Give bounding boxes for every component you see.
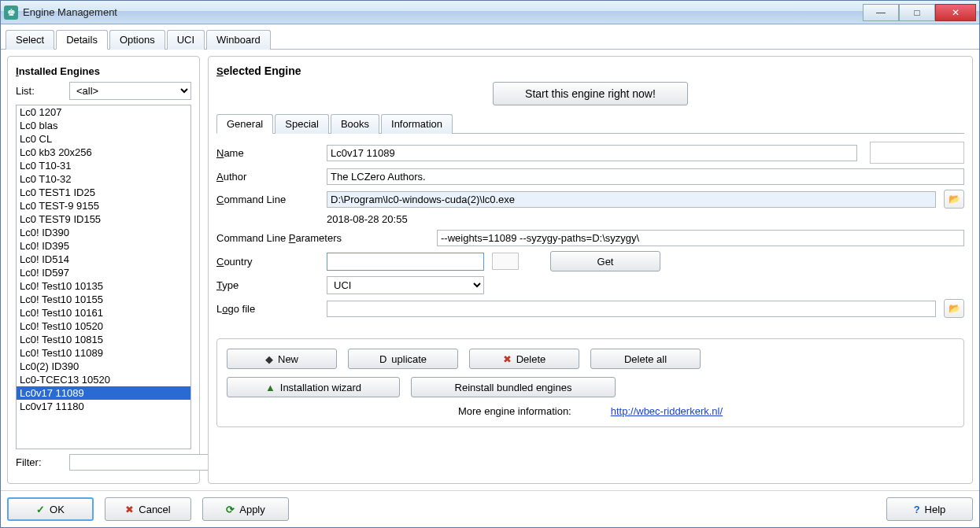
get-button[interactable]: Get bbox=[550, 251, 660, 271]
list-item[interactable]: Lc0 TEST9 ID155 bbox=[17, 212, 190, 226]
list-item[interactable]: Lc0! ID597 bbox=[17, 266, 190, 279]
country-flag bbox=[492, 253, 519, 270]
list-item[interactable]: Lc0 blas bbox=[17, 119, 190, 132]
list-select[interactable]: <all> bbox=[69, 82, 191, 100]
list-item[interactable]: Lc0(2) ID390 bbox=[17, 360, 190, 373]
list-item[interactable]: Lc0! Test10 10520 bbox=[17, 319, 190, 333]
list-item[interactable]: Lc0! Test10 11089 bbox=[17, 346, 190, 360]
more-info-link[interactable]: http://wbec-ridderkerk.nl/ bbox=[611, 405, 723, 417]
check-icon bbox=[36, 504, 45, 515]
list-item[interactable]: Lc0-TCEC13 10520 bbox=[17, 373, 190, 386]
list-item[interactable]: Lc0! Test10 10161 bbox=[17, 306, 190, 319]
wizard-icon bbox=[265, 382, 276, 393]
help-button[interactable]: Help bbox=[886, 497, 973, 521]
list-item[interactable]: Lc0v17 11180 bbox=[17, 400, 190, 413]
tab-options[interactable]: Options bbox=[109, 30, 165, 50]
country-input[interactable] bbox=[327, 253, 484, 271]
window: Engine Management — □ ✕ Select Details O… bbox=[0, 0, 980, 528]
ok-button[interactable]: OK bbox=[7, 497, 94, 521]
list-item[interactable]: Lc0 TEST1 ID25 bbox=[17, 186, 190, 199]
engine-actions-group: New Duplicate Delete Delete all Installa… bbox=[216, 338, 964, 427]
logo-label: Logo file bbox=[216, 303, 319, 315]
list-item[interactable]: Lc0 CL bbox=[17, 132, 190, 146]
commandline-browse-button[interactable] bbox=[944, 190, 964, 209]
selected-engine-panel: Selected Engine Start this engine right … bbox=[208, 56, 973, 484]
installed-engines-panel: Installed Engines List: <all> Lc0 1207Lc… bbox=[7, 56, 200, 484]
titlebar[interactable]: Engine Management — □ ✕ bbox=[1, 1, 979, 24]
filter-label: Filter: bbox=[16, 456, 63, 468]
delete-all-button[interactable]: Delete all bbox=[590, 349, 701, 369]
selected-engine-heading: Selected Engine bbox=[216, 65, 964, 77]
list-item[interactable]: Lc0! ID395 bbox=[17, 239, 190, 253]
type-select[interactable]: UCI bbox=[327, 276, 484, 294]
delete-icon bbox=[503, 353, 512, 365]
commandline-date: 2018-08-28 20:55 bbox=[327, 213, 408, 225]
tab-details[interactable]: Details bbox=[56, 30, 108, 50]
duplicate-button[interactable]: Duplicate bbox=[348, 349, 458, 369]
params-label: Command Line Parameters bbox=[216, 232, 374, 244]
installed-engines-heading: Installed Engines bbox=[16, 65, 191, 77]
logo-browse-button[interactable] bbox=[944, 299, 964, 318]
list-item[interactable]: Lc0 T10-31 bbox=[17, 159, 190, 172]
author-input[interactable] bbox=[327, 168, 964, 185]
list-item[interactable]: Lc0! Test10 10155 bbox=[17, 293, 190, 306]
tab-select[interactable]: Select bbox=[6, 30, 54, 50]
list-item[interactable]: Lc0! ID390 bbox=[17, 226, 190, 239]
x-icon bbox=[125, 504, 134, 515]
minimize-button[interactable]: — bbox=[863, 4, 899, 21]
filter-input[interactable] bbox=[69, 454, 209, 471]
name-input[interactable] bbox=[327, 145, 857, 161]
list-item[interactable]: Lc0 TEST-9 9155 bbox=[17, 199, 190, 212]
commandline-input[interactable] bbox=[327, 191, 936, 208]
subtab-information[interactable]: Information bbox=[381, 114, 453, 134]
commandline-label: Command Line bbox=[216, 194, 319, 205]
list-item[interactable]: Lc0! Test10 10135 bbox=[17, 279, 190, 293]
help-icon bbox=[914, 504, 920, 515]
close-button[interactable]: ✕ bbox=[935, 4, 976, 21]
country-label: Country bbox=[216, 256, 319, 268]
engine-listbox[interactable]: Lc0 1207Lc0 blasLc0 CLLc0 kb3 20x256Lc0 … bbox=[16, 105, 191, 449]
subtabstrip: General Special Books Information bbox=[216, 113, 964, 134]
maximize-button[interactable]: □ bbox=[899, 4, 935, 21]
name-label: Name bbox=[216, 147, 319, 159]
tab-winboard[interactable]: Winboard bbox=[206, 30, 271, 50]
subtab-special[interactable]: Special bbox=[275, 114, 329, 134]
list-label: List: bbox=[16, 85, 63, 97]
apply-button[interactable]: Apply bbox=[202, 497, 289, 521]
refresh-icon bbox=[226, 504, 235, 515]
params-input[interactable] bbox=[437, 230, 964, 246]
more-info-label: More engine information: bbox=[458, 405, 571, 417]
name-aux-box bbox=[870, 142, 964, 164]
subtab-books[interactable]: Books bbox=[331, 114, 379, 134]
tab-uci[interactable]: UCI bbox=[167, 30, 205, 50]
cancel-button[interactable]: Cancel bbox=[105, 497, 191, 521]
subtab-general[interactable]: General bbox=[216, 114, 273, 134]
list-item[interactable]: Lc0! ID514 bbox=[17, 253, 190, 266]
new-button[interactable]: New bbox=[227, 349, 337, 369]
list-item[interactable]: Lc0 T10-32 bbox=[17, 172, 190, 186]
list-item[interactable]: Lc0 kb3 20x256 bbox=[17, 146, 190, 159]
list-item[interactable]: Lc0! Test10 10815 bbox=[17, 333, 190, 346]
reinstall-button[interactable]: Reinstall bundled engines bbox=[411, 377, 616, 397]
start-engine-button[interactable]: Start this engine right now! bbox=[493, 82, 688, 105]
list-item[interactable]: Lc0v17 11089 bbox=[17, 386, 190, 400]
new-icon bbox=[265, 353, 273, 365]
list-item[interactable]: Lc0 1207 bbox=[17, 105, 190, 119]
main-tabstrip: Select Details Options UCI Winboard bbox=[1, 24, 979, 50]
footer: OK Cancel Apply Help bbox=[1, 490, 979, 527]
wizard-button[interactable]: Installation wizard bbox=[227, 377, 400, 397]
delete-button[interactable]: Delete bbox=[469, 349, 579, 369]
app-icon bbox=[4, 6, 18, 20]
author-label: Author bbox=[216, 171, 319, 183]
window-title: Engine Management bbox=[23, 6, 863, 18]
logo-input[interactable] bbox=[327, 301, 936, 317]
type-label: Type bbox=[216, 279, 319, 291]
